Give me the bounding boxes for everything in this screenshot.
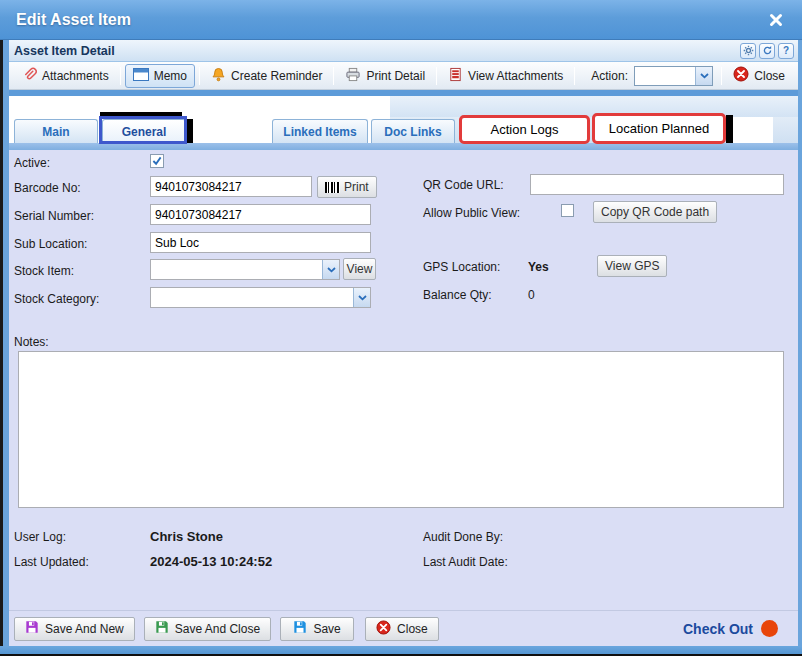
save-label: Save bbox=[313, 622, 340, 636]
stock-item-view-button[interactable]: View bbox=[343, 258, 376, 280]
panel-title: Asset Item Detail bbox=[14, 44, 737, 58]
last-audit-date-label: Last Audit Date: bbox=[423, 555, 508, 569]
user-log-value: Chris Stone bbox=[150, 529, 223, 544]
user-log-label: User Log: bbox=[14, 530, 66, 544]
tab-action-logs[interactable]: Action Logs bbox=[459, 115, 590, 144]
stock-category-value bbox=[151, 288, 353, 307]
refresh-icon[interactable] bbox=[759, 43, 775, 59]
print-barcode-label: Print bbox=[344, 180, 369, 194]
allow-public-view-label: Allow Public View: bbox=[423, 206, 520, 220]
redaction-bar bbox=[726, 115, 733, 143]
toolbar-separator bbox=[199, 67, 200, 85]
window-border-bottom bbox=[0, 646, 802, 656]
dialog-body: Asset Item Detail ? Attachments bbox=[9, 40, 798, 646]
attachments-label: Attachments bbox=[42, 69, 109, 83]
tab-location-planned-label: Location Planned bbox=[609, 121, 709, 136]
active-checkbox[interactable] bbox=[150, 154, 164, 168]
active-label: Active: bbox=[14, 156, 50, 170]
title-bar: Edit Asset Item bbox=[0, 0, 802, 40]
create-reminder-label: Create Reminder bbox=[231, 69, 322, 83]
print-detail-button[interactable]: Print Detail bbox=[338, 64, 432, 88]
redaction-white bbox=[193, 117, 272, 143]
view-attachments-label: View Attachments bbox=[468, 69, 563, 83]
redaction-bar bbox=[187, 119, 193, 143]
print-barcode-button[interactable]: Print bbox=[317, 176, 377, 198]
close-label: Close bbox=[397, 622, 428, 636]
barcode-no-input[interactable] bbox=[150, 176, 312, 197]
action-label: Action: bbox=[591, 69, 628, 83]
gear-icon[interactable] bbox=[740, 43, 756, 59]
stock-item-label: Stock Item: bbox=[14, 264, 74, 278]
check-out-label: Check Out bbox=[683, 621, 753, 637]
redaction-bar bbox=[100, 112, 182, 116]
save-and-close-button[interactable]: Save And Close bbox=[144, 617, 271, 641]
red-circle-x-icon bbox=[376, 620, 391, 638]
tab-linked-items[interactable]: Linked Items bbox=[272, 119, 368, 143]
memo-label: Memo bbox=[154, 69, 187, 83]
chevron-down-icon[interactable] bbox=[353, 288, 370, 307]
toolbar-separator bbox=[436, 67, 437, 85]
red-circle-x-icon bbox=[733, 66, 749, 85]
toolbar-close-label: Close bbox=[754, 69, 785, 83]
tab-general[interactable]: General bbox=[102, 119, 186, 143]
qr-code-url-label: QR Code URL: bbox=[423, 178, 504, 192]
serial-number-label: Serial Number: bbox=[14, 209, 94, 223]
stock-category-dropdown[interactable] bbox=[150, 287, 371, 308]
serial-number-input[interactable] bbox=[150, 204, 371, 225]
save-and-close-label: Save And Close bbox=[175, 622, 260, 636]
footer-bar: Save And New Save And Close Save Close bbox=[9, 610, 798, 646]
toolbar-close-button[interactable]: Close bbox=[726, 63, 792, 88]
sub-location-input[interactable] bbox=[150, 232, 371, 253]
panel-header: Asset Item Detail ? bbox=[9, 40, 798, 62]
save-and-new-button[interactable]: Save And New bbox=[14, 617, 135, 641]
balance-qty-label: Balance Qty: bbox=[423, 288, 492, 302]
window-border-right bbox=[798, 40, 802, 656]
toolbar-separator bbox=[120, 67, 121, 85]
close-button[interactable]: Close bbox=[365, 617, 439, 641]
qr-code-url-input[interactable] bbox=[530, 174, 784, 195]
memo-button[interactable]: Memo bbox=[125, 64, 195, 88]
audit-done-by-label: Audit Done By: bbox=[423, 530, 503, 544]
floppy-green-icon bbox=[155, 620, 169, 637]
save-button[interactable]: Save bbox=[280, 617, 354, 641]
tab-linked-items-label: Linked Items bbox=[283, 125, 356, 139]
stock-item-view-label: View bbox=[347, 262, 373, 276]
notes-textarea[interactable] bbox=[18, 351, 784, 508]
action-dropdown-value bbox=[635, 67, 695, 85]
attachments-button[interactable]: Attachments bbox=[15, 64, 116, 88]
view-gps-label: View GPS bbox=[605, 259, 659, 273]
copy-qr-code-path-label: Copy QR Code path bbox=[601, 205, 709, 219]
barcode-icon bbox=[325, 182, 340, 193]
allow-public-view-checkbox[interactable] bbox=[561, 204, 574, 217]
toolbar: Attachments Memo Create Reminder bbox=[9, 62, 798, 90]
view-gps-button[interactable]: View GPS bbox=[597, 255, 667, 277]
chevron-down-icon[interactable] bbox=[322, 260, 339, 279]
stock-item-dropdown[interactable] bbox=[150, 259, 340, 280]
printer-icon bbox=[345, 67, 361, 85]
window-close-icon[interactable] bbox=[766, 10, 786, 30]
toolbar-separator bbox=[333, 67, 334, 85]
toolbar-separator bbox=[721, 67, 722, 85]
redaction-white bbox=[9, 96, 390, 117]
stock-item-value bbox=[151, 260, 322, 279]
stock-category-label: Stock Category: bbox=[14, 292, 99, 306]
paperclip-icon bbox=[22, 67, 37, 85]
gps-location-value: Yes bbox=[528, 260, 549, 274]
tab-doc-links[interactable]: Doc Links bbox=[371, 119, 455, 143]
copy-qr-code-path-button[interactable]: Copy QR Code path bbox=[593, 201, 717, 223]
tab-main[interactable]: Main bbox=[14, 119, 98, 143]
tab-location-planned[interactable]: Location Planned bbox=[592, 113, 726, 144]
gps-location-label: GPS Location: bbox=[423, 260, 500, 274]
help-icon[interactable]: ? bbox=[778, 43, 794, 59]
check-out-button[interactable]: Check Out bbox=[683, 620, 778, 637]
create-reminder-button[interactable]: Create Reminder bbox=[204, 64, 329, 88]
barcode-no-label: Barcode No: bbox=[14, 181, 81, 195]
view-attachments-button[interactable]: View Attachments bbox=[441, 64, 570, 88]
tab-underline-strip bbox=[9, 143, 798, 150]
general-tab-content: Active: Barcode No: Print Serial Number:… bbox=[9, 150, 798, 610]
tab-doc-links-label: Doc Links bbox=[384, 125, 441, 139]
chevron-down-icon[interactable] bbox=[695, 67, 712, 85]
tab-general-label: General bbox=[122, 125, 167, 139]
status-circle-icon bbox=[761, 620, 778, 637]
action-dropdown[interactable] bbox=[634, 66, 713, 86]
